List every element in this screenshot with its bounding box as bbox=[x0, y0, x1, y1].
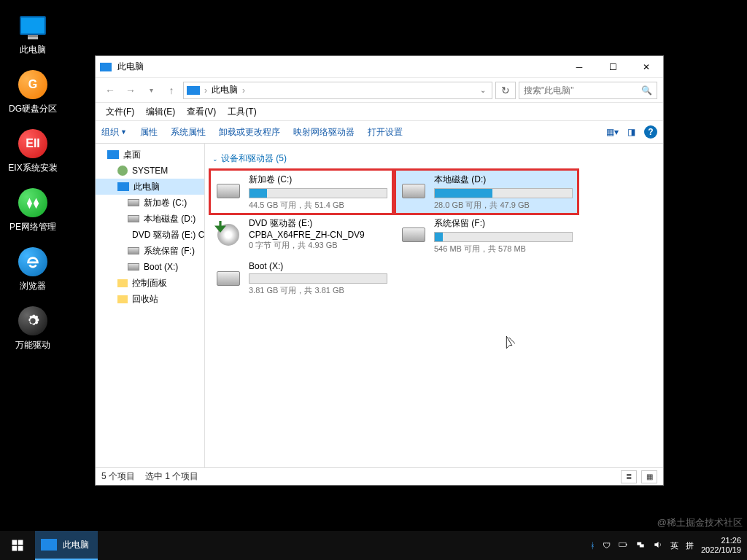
drive-item[interactable]: 系统保留 (F:)546 MB 可用，共 578 MB bbox=[396, 214, 577, 257]
drive-sub: CPBA_X64FRE_ZH-CN_DV9 bbox=[249, 230, 387, 240]
back-button[interactable]: ← bbox=[101, 82, 119, 99]
search-input[interactable] bbox=[524, 85, 641, 96]
pc-icon bbox=[187, 86, 200, 95]
tree-label: SYSTEM bbox=[132, 166, 168, 176]
drive-stat: 3.81 GB 可用，共 3.81 GB bbox=[249, 285, 387, 296]
menu-tools[interactable]: 工具(T) bbox=[223, 104, 260, 120]
map-drive-button[interactable]: 映射网络驱动器 bbox=[293, 126, 355, 139]
menu-file[interactable]: 文件(F) bbox=[101, 104, 139, 120]
svg-rect-2 bbox=[12, 546, 18, 551]
user-icon bbox=[117, 166, 128, 176]
explorer-window: 此电脑 ─ ☐ ✕ ← → ▾ ↑ › 此电脑 › ⌄ ↻ 🔍 文件(F) 编辑… bbox=[95, 55, 664, 486]
drive-icon bbox=[217, 271, 240, 286]
minimize-button[interactable]: ─ bbox=[562, 56, 596, 78]
nav-toolbar: ← → ▾ ↑ › 此电脑 › ⌄ ↻ 🔍 bbox=[96, 78, 663, 103]
tree-item[interactable]: 桌面 bbox=[96, 147, 204, 163]
statusbar: 5 个项目 选中 1 个项目 ≣ ▦ bbox=[96, 467, 663, 485]
refresh-button[interactable]: ↻ bbox=[495, 82, 516, 99]
battery-icon[interactable] bbox=[618, 540, 628, 551]
drive-item[interactable]: Boot (X:)3.81 GB 可用，共 3.81 GB bbox=[211, 258, 392, 300]
details-view-icon[interactable]: ≣ bbox=[621, 470, 637, 483]
tree-label: 此电脑 bbox=[133, 181, 160, 193]
tree-item[interactable]: 此电脑 bbox=[96, 179, 204, 195]
desktop-icon-this-pc[interactable]: 此电脑 bbox=[0, 6, 66, 65]
folder-icon bbox=[117, 279, 128, 287]
chevron-right-icon: › bbox=[204, 85, 207, 96]
svg-rect-3 bbox=[18, 546, 23, 551]
system-properties-button[interactable]: 系统属性 bbox=[171, 126, 206, 139]
icon-label: PE网络管理 bbox=[9, 221, 56, 233]
properties-button[interactable]: 属性 bbox=[140, 126, 158, 139]
maximize-button[interactable]: ☐ bbox=[596, 56, 630, 78]
security-icon[interactable]: 🛡 bbox=[603, 541, 611, 550]
tree-item[interactable]: 控制面板 bbox=[96, 275, 204, 291]
view-options-icon[interactable]: ▦▾ bbox=[606, 127, 619, 137]
drive-item[interactable]: 本地磁盘 (D:)28.0 GB 可用，共 47.9 GB bbox=[396, 171, 577, 213]
svg-rect-7 bbox=[640, 544, 644, 547]
usage-bar bbox=[434, 232, 573, 242]
tree-label: DVD 驱动器 (E:) C bbox=[132, 229, 204, 241]
tiles-view-icon[interactable]: ▦ bbox=[641, 470, 657, 483]
svg-rect-1 bbox=[18, 540, 23, 545]
svg-rect-4 bbox=[619, 543, 626, 547]
desktop-icon-driver[interactable]: 万能驱动 bbox=[0, 301, 66, 360]
folder-icon bbox=[117, 295, 128, 303]
gear-icon bbox=[18, 306, 47, 335]
up-button[interactable]: ↑ bbox=[163, 82, 180, 99]
menu-view[interactable]: 查看(V) bbox=[182, 104, 220, 120]
tree-item[interactable]: SYSTEM bbox=[96, 163, 204, 179]
tree-item[interactable]: DVD 驱动器 (E:) C bbox=[96, 227, 204, 243]
drive-name: DVD 驱动器 (E:) bbox=[249, 217, 387, 230]
bluetooth-icon[interactable]: ᚼ bbox=[590, 541, 595, 550]
content-pane: ⌄ 设备和驱动器 (5) 新加卷 (C:)44.5 GB 可用，共 51.4 G… bbox=[205, 144, 663, 467]
menu-edit[interactable]: 编辑(E) bbox=[142, 104, 179, 120]
tree-item[interactable]: 新加卷 (C:) bbox=[96, 195, 204, 211]
address-dropdown[interactable]: ⌄ bbox=[477, 86, 489, 94]
help-icon[interactable]: ? bbox=[644, 125, 657, 139]
drive-stat: 28.0 GB 可用，共 47.9 GB bbox=[434, 200, 573, 211]
command-bar: 组织▼ 属性 系统属性 卸载或更改程序 映射网络驱动器 打开设置 ▦▾ ◨ ? bbox=[96, 120, 663, 144]
drive-item[interactable]: DVD 驱动器 (E:)CPBA_X64FRE_ZH-CN_DV90 字节 可用… bbox=[211, 214, 392, 257]
drive-name: Boot (X:) bbox=[249, 261, 387, 271]
titlebar[interactable]: 此电脑 ─ ☐ ✕ bbox=[96, 56, 663, 78]
forward-button[interactable]: → bbox=[122, 82, 139, 99]
desktop-icon-dg[interactable]: G DG硬盘分区 bbox=[0, 65, 66, 124]
uninstall-button[interactable]: 卸载或更改程序 bbox=[219, 126, 280, 139]
open-settings-button[interactable]: 打开设置 bbox=[368, 126, 403, 139]
close-button[interactable]: ✕ bbox=[630, 56, 663, 78]
desktop-icon-browser[interactable]: 浏览器 bbox=[0, 242, 66, 301]
address-bar[interactable]: › 此电脑 › ⌄ bbox=[183, 82, 492, 99]
ime-mode[interactable]: 拼 bbox=[686, 540, 694, 551]
dg-icon: G bbox=[18, 70, 47, 99]
preview-pane-icon[interactable]: ◨ bbox=[627, 127, 635, 137]
tree-label: Boot (X:) bbox=[144, 262, 178, 272]
ime-lang[interactable]: 英 bbox=[670, 540, 678, 551]
recent-button[interactable]: ▾ bbox=[142, 82, 160, 99]
network-icon[interactable] bbox=[635, 540, 646, 551]
item-count: 5 个项目 bbox=[101, 470, 135, 483]
usage-bar bbox=[249, 273, 387, 284]
tree-item[interactable]: 回收站 bbox=[96, 291, 204, 307]
breadcrumb[interactable]: 此电脑 bbox=[212, 84, 238, 96]
desktop-icon-eix[interactable]: EII EIX系统安装 bbox=[0, 124, 66, 183]
clock[interactable]: 21:26 2022/10/19 bbox=[701, 536, 741, 555]
tree-item[interactable]: Boot (X:) bbox=[96, 259, 204, 275]
icon-label: EIX系统安装 bbox=[8, 162, 57, 174]
task-label: 此电脑 bbox=[63, 539, 89, 551]
volume-icon[interactable] bbox=[653, 540, 663, 551]
taskbar-app-this-pc[interactable]: 此电脑 bbox=[35, 531, 98, 560]
tree-item[interactable]: 系统保留 (F:) bbox=[96, 243, 204, 259]
search-box[interactable]: 🔍 bbox=[519, 82, 657, 99]
usage-bar bbox=[434, 188, 573, 198]
desktop-icon-pe[interactable]: PE网络管理 bbox=[0, 183, 66, 242]
svg-rect-0 bbox=[12, 540, 18, 545]
icon-label: 万能驱动 bbox=[15, 339, 50, 351]
group-header[interactable]: ⌄ 设备和驱动器 (5) bbox=[205, 149, 663, 171]
organize-button[interactable]: 组织▼ bbox=[101, 126, 127, 139]
tree-item[interactable]: 本地磁盘 (D:) bbox=[96, 211, 204, 227]
selection-count: 选中 1 个项目 bbox=[145, 470, 198, 483]
drive-grid: 新加卷 (C:)44.5 GB 可用，共 51.4 GB本地磁盘 (D:)28.… bbox=[205, 171, 663, 300]
start-button[interactable] bbox=[0, 531, 35, 560]
drive-item[interactable]: 新加卷 (C:)44.5 GB 可用，共 51.4 GB bbox=[211, 171, 392, 213]
pc-icon bbox=[41, 539, 57, 551]
